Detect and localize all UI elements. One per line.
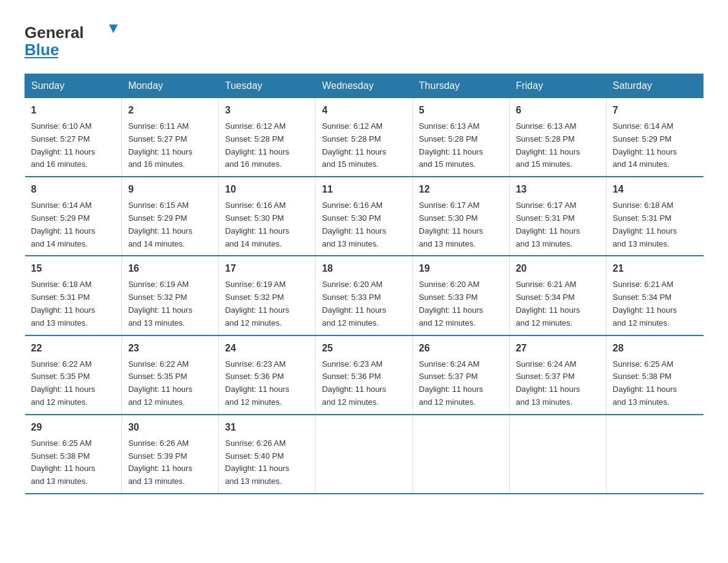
day-cell: 17Sunrise: 6:19 AMSunset: 5:32 PMDayligh… xyxy=(219,256,316,335)
week-row-3: 15Sunrise: 6:18 AMSunset: 5:31 PMDayligh… xyxy=(25,256,703,335)
day-cell: 27Sunrise: 6:24 AMSunset: 5:37 PMDayligh… xyxy=(509,335,606,415)
day-number: 27 xyxy=(516,341,600,356)
day-number: 1 xyxy=(31,103,116,118)
day-cell: 16Sunrise: 6:19 AMSunset: 5:32 PMDayligh… xyxy=(122,256,219,335)
header-cell-wednesday: Wednesday xyxy=(316,74,412,98)
header-cell-thursday: Thursday xyxy=(412,74,509,98)
day-info: Sunrise: 6:20 AMSunset: 5:33 PMDaylight:… xyxy=(322,278,406,329)
day-info: Sunrise: 6:26 AMSunset: 5:39 PMDaylight:… xyxy=(128,437,212,488)
day-number: 17 xyxy=(225,261,309,276)
day-cell xyxy=(316,415,412,494)
day-cell: 22Sunrise: 6:22 AMSunset: 5:35 PMDayligh… xyxy=(25,335,122,415)
day-info: Sunrise: 6:17 AMSunset: 5:30 PMDaylight:… xyxy=(419,199,503,250)
day-cell: 24Sunrise: 6:23 AMSunset: 5:36 PMDayligh… xyxy=(219,335,316,415)
day-cell: 31Sunrise: 6:26 AMSunset: 5:40 PMDayligh… xyxy=(219,415,316,494)
day-cell: 25Sunrise: 6:23 AMSunset: 5:36 PMDayligh… xyxy=(316,335,412,415)
day-cell: 1Sunrise: 6:10 AMSunset: 5:27 PMDaylight… xyxy=(25,98,122,177)
day-info: Sunrise: 6:25 AMSunset: 5:38 PMDaylight:… xyxy=(613,358,697,409)
day-info: Sunrise: 6:18 AMSunset: 5:31 PMDaylight:… xyxy=(31,278,116,329)
day-number: 13 xyxy=(516,182,600,197)
day-cell: 13Sunrise: 6:17 AMSunset: 5:31 PMDayligh… xyxy=(509,177,606,256)
day-number: 22 xyxy=(31,341,116,356)
day-info: Sunrise: 6:19 AMSunset: 5:32 PMDaylight:… xyxy=(128,278,212,329)
day-info: Sunrise: 6:18 AMSunset: 5:31 PMDaylight:… xyxy=(613,199,697,250)
day-number: 30 xyxy=(128,420,212,435)
header-cell-tuesday: Tuesday xyxy=(219,74,316,98)
day-cell: 18Sunrise: 6:20 AMSunset: 5:33 PMDayligh… xyxy=(316,256,412,335)
day-cell: 5Sunrise: 6:13 AMSunset: 5:28 PMDaylight… xyxy=(412,98,509,177)
header-row: SundayMondayTuesdayWednesdayThursdayFrid… xyxy=(25,74,703,98)
calendar-body: 1Sunrise: 6:10 AMSunset: 5:27 PMDaylight… xyxy=(25,98,703,494)
day-number: 18 xyxy=(322,261,406,276)
day-info: Sunrise: 6:14 AMSunset: 5:29 PMDaylight:… xyxy=(31,199,116,250)
day-cell: 6Sunrise: 6:13 AMSunset: 5:28 PMDaylight… xyxy=(509,98,606,177)
day-number: 26 xyxy=(419,341,503,356)
day-info: Sunrise: 6:20 AMSunset: 5:33 PMDaylight:… xyxy=(419,278,503,329)
day-number: 21 xyxy=(613,261,697,276)
page-header: General Blue xyxy=(25,18,703,61)
day-info: Sunrise: 6:15 AMSunset: 5:29 PMDaylight:… xyxy=(128,199,212,250)
day-number: 31 xyxy=(225,420,309,435)
day-info: Sunrise: 6:23 AMSunset: 5:36 PMDaylight:… xyxy=(225,358,309,409)
day-cell xyxy=(509,415,606,494)
day-cell: 14Sunrise: 6:18 AMSunset: 5:31 PMDayligh… xyxy=(606,177,703,256)
day-number: 16 xyxy=(128,261,212,276)
day-info: Sunrise: 6:12 AMSunset: 5:28 PMDaylight:… xyxy=(322,120,406,171)
day-number: 23 xyxy=(128,341,212,356)
day-number: 12 xyxy=(419,182,503,197)
day-info: Sunrise: 6:21 AMSunset: 5:34 PMDaylight:… xyxy=(613,278,697,329)
day-number: 7 xyxy=(613,103,697,118)
day-info: Sunrise: 6:13 AMSunset: 5:28 PMDaylight:… xyxy=(419,120,503,171)
day-cell: 7Sunrise: 6:14 AMSunset: 5:29 PMDaylight… xyxy=(606,98,703,177)
header-cell-saturday: Saturday xyxy=(606,74,703,98)
day-info: Sunrise: 6:21 AMSunset: 5:34 PMDaylight:… xyxy=(516,278,600,329)
day-cell: 19Sunrise: 6:20 AMSunset: 5:33 PMDayligh… xyxy=(412,256,509,335)
day-cell: 4Sunrise: 6:12 AMSunset: 5:28 PMDaylight… xyxy=(316,98,412,177)
day-info: Sunrise: 6:24 AMSunset: 5:37 PMDaylight:… xyxy=(516,358,600,409)
day-info: Sunrise: 6:24 AMSunset: 5:37 PMDaylight:… xyxy=(419,358,503,409)
calendar-header: SundayMondayTuesdayWednesdayThursdayFrid… xyxy=(25,74,703,98)
day-number: 25 xyxy=(322,341,406,356)
day-info: Sunrise: 6:17 AMSunset: 5:31 PMDaylight:… xyxy=(516,199,600,250)
day-cell: 26Sunrise: 6:24 AMSunset: 5:37 PMDayligh… xyxy=(412,335,509,415)
day-number: 19 xyxy=(419,261,503,276)
day-info: Sunrise: 6:16 AMSunset: 5:30 PMDaylight:… xyxy=(322,199,406,250)
day-info: Sunrise: 6:12 AMSunset: 5:28 PMDaylight:… xyxy=(225,120,309,171)
day-number: 10 xyxy=(225,182,309,197)
day-number: 4 xyxy=(322,103,406,118)
day-info: Sunrise: 6:22 AMSunset: 5:35 PMDaylight:… xyxy=(31,358,116,409)
day-number: 14 xyxy=(613,182,697,197)
day-cell: 2Sunrise: 6:11 AMSunset: 5:27 PMDaylight… xyxy=(122,98,219,177)
day-number: 15 xyxy=(31,261,116,276)
day-number: 29 xyxy=(31,420,116,435)
day-info: Sunrise: 6:25 AMSunset: 5:38 PMDaylight:… xyxy=(31,437,116,488)
week-row-1: 1Sunrise: 6:10 AMSunset: 5:27 PMDaylight… xyxy=(25,98,703,177)
day-cell: 15Sunrise: 6:18 AMSunset: 5:31 PMDayligh… xyxy=(25,256,122,335)
day-cell: 8Sunrise: 6:14 AMSunset: 5:29 PMDaylight… xyxy=(25,177,122,256)
day-info: Sunrise: 6:11 AMSunset: 5:27 PMDaylight:… xyxy=(128,120,212,171)
day-number: 28 xyxy=(613,341,697,356)
day-number: 6 xyxy=(516,103,600,118)
day-info: Sunrise: 6:14 AMSunset: 5:29 PMDaylight:… xyxy=(613,120,697,171)
svg-marker-1 xyxy=(109,25,118,33)
day-cell: 11Sunrise: 6:16 AMSunset: 5:30 PMDayligh… xyxy=(316,177,412,256)
day-info: Sunrise: 6:26 AMSunset: 5:40 PMDaylight:… xyxy=(225,437,309,488)
week-row-4: 22Sunrise: 6:22 AMSunset: 5:35 PMDayligh… xyxy=(25,335,703,415)
day-cell: 30Sunrise: 6:26 AMSunset: 5:39 PMDayligh… xyxy=(122,415,219,494)
header-cell-friday: Friday xyxy=(509,74,606,98)
day-cell: 20Sunrise: 6:21 AMSunset: 5:34 PMDayligh… xyxy=(509,256,606,335)
day-number: 20 xyxy=(516,261,600,276)
day-number: 9 xyxy=(128,182,212,197)
day-cell: 3Sunrise: 6:12 AMSunset: 5:28 PMDaylight… xyxy=(219,98,316,177)
svg-text:General: General xyxy=(25,23,84,42)
day-info: Sunrise: 6:23 AMSunset: 5:36 PMDaylight:… xyxy=(322,358,406,409)
day-info: Sunrise: 6:22 AMSunset: 5:35 PMDaylight:… xyxy=(128,358,212,409)
day-cell xyxy=(606,415,703,494)
day-cell xyxy=(412,415,509,494)
svg-text:Blue: Blue xyxy=(25,40,59,59)
day-info: Sunrise: 6:16 AMSunset: 5:30 PMDaylight:… xyxy=(225,199,309,250)
day-cell: 29Sunrise: 6:25 AMSunset: 5:38 PMDayligh… xyxy=(25,415,122,494)
header-cell-sunday: Sunday xyxy=(25,74,122,98)
day-cell: 12Sunrise: 6:17 AMSunset: 5:30 PMDayligh… xyxy=(412,177,509,256)
day-cell: 10Sunrise: 6:16 AMSunset: 5:30 PMDayligh… xyxy=(219,177,316,256)
